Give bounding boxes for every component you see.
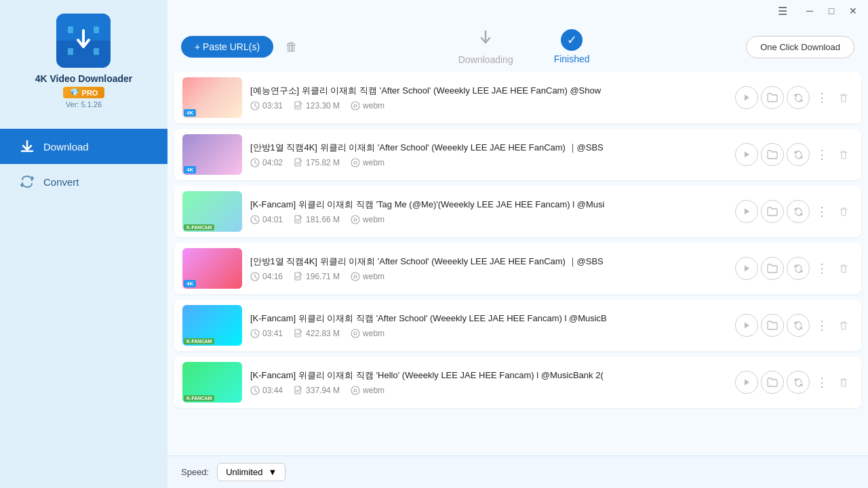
close-button[interactable]: ✕	[844, 3, 863, 19]
item-info-6: [K-Fancam] 위클리 이재희 직캠 'Hello' (Weeekly L…	[250, 369, 727, 395]
refresh-button-5[interactable]	[787, 314, 810, 337]
main-content: ☰ ─ □ ✕ + Paste URL(s) 🗑 Downloading ✓	[167, 0, 868, 488]
play-icon	[742, 321, 751, 330]
item-meta-5: 03:41 422.83 M webm	[250, 329, 727, 338]
svg-point-6	[351, 102, 359, 110]
delete-item-button-5[interactable]	[834, 316, 853, 335]
item-info-1: [예능연구소] 위클리 이재희 직캠 'After School' (Weeek…	[250, 85, 727, 110]
refresh-icon	[793, 321, 804, 331]
tab-downloading[interactable]: Downloading	[458, 28, 513, 65]
play-button-5[interactable]	[735, 314, 758, 337]
item-info-3: [K-Fancam] 위클리 이재희 직캠 'Tag Me (@Me)'(Wee…	[250, 199, 727, 224]
folder-button-1[interactable]	[761, 86, 784, 109]
filesize-6: 337.94 M	[294, 386, 340, 395]
play-button-4[interactable]	[735, 257, 758, 280]
duration-4: 04:16	[250, 272, 283, 281]
maximize-button[interactable]: □	[822, 3, 841, 19]
item-actions-5: ⋮	[735, 314, 853, 337]
svg-point-23	[354, 332, 357, 335]
delete-item-button-4[interactable]	[834, 259, 853, 278]
folder-button-5[interactable]	[761, 314, 784, 337]
svg-rect-1	[94, 26, 99, 33]
format-6: webm	[351, 386, 384, 395]
format-3: webm	[351, 215, 384, 224]
refresh-icon	[793, 93, 804, 103]
more-button-3[interactable]: ⋮	[812, 202, 831, 221]
filesize-1: 123.30 M	[294, 101, 340, 110]
thumbnail-4: 4K	[182, 248, 242, 289]
menu-icon[interactable]: ☰	[773, 3, 792, 19]
thumbnail-6: K-FANCAM	[182, 362, 242, 403]
format-icon	[351, 158, 360, 167]
format-icon	[351, 101, 360, 110]
folder-button-6[interactable]	[761, 371, 784, 394]
delete-button[interactable]: 🗑	[281, 36, 302, 58]
filesize-3: 181.66 M	[294, 215, 340, 224]
folder-button-4[interactable]	[761, 257, 784, 280]
thumb-badge: 4K	[184, 109, 196, 117]
refresh-button-1[interactable]	[787, 86, 810, 109]
item-meta-6: 03:44 337.94 M webm	[250, 386, 727, 395]
item-title-6: [K-Fancam] 위클리 이재희 직캠 'Hello' (Weeekly L…	[250, 369, 727, 382]
refresh-button-4[interactable]	[787, 257, 810, 280]
delete-icon	[839, 93, 848, 102]
play-icon	[742, 150, 751, 159]
svg-point-14	[351, 216, 359, 224]
item-info-5: [K-Fancam] 위클리 이재희 직캠 'After School' (We…	[250, 312, 727, 338]
play-button-1[interactable]	[735, 86, 758, 109]
duration-1: 03:31	[250, 101, 283, 110]
more-button-1[interactable]: ⋮	[812, 88, 831, 107]
clock-icon	[250, 329, 260, 338]
more-button-2[interactable]: ⋮	[812, 145, 831, 164]
format-icon	[351, 272, 360, 281]
diamond-icon: 💎	[70, 88, 79, 97]
sidebar-item-convert[interactable]: Convert	[0, 164, 167, 199]
folder-button-3[interactable]	[761, 200, 784, 223]
refresh-button-2[interactable]	[787, 143, 810, 166]
delete-item-button-3[interactable]	[834, 202, 853, 221]
more-button-4[interactable]: ⋮	[812, 259, 831, 278]
filesize-4: 196.71 M	[294, 272, 340, 281]
svg-rect-2	[68, 48, 73, 55]
svg-point-7	[354, 104, 357, 107]
format-2: webm	[351, 158, 384, 167]
paste-url-button[interactable]: + Paste URL(s)	[181, 36, 273, 58]
delete-icon	[839, 264, 848, 273]
svg-point-11	[354, 161, 357, 164]
folder-button-2[interactable]	[761, 143, 784, 166]
folder-icon	[767, 264, 778, 273]
delete-item-button-1[interactable]	[834, 88, 853, 107]
logo-container: 4K Video Downloader 💎 PRO Ver: 5.1.26	[35, 14, 133, 108]
more-button-5[interactable]: ⋮	[812, 316, 831, 335]
one-click-download-button[interactable]: One Click Download	[746, 36, 854, 58]
refresh-button-3[interactable]	[787, 200, 810, 223]
thumbnail-2: 4K	[182, 134, 242, 175]
more-button-6[interactable]: ⋮	[812, 373, 831, 392]
download-list: 4K [예능연구소] 위클리 이재희 직캠 'After School' (We…	[167, 72, 868, 455]
folder-icon	[767, 321, 778, 330]
chevron-down-icon: ▼	[268, 467, 277, 477]
delete-item-button-6[interactable]	[834, 373, 853, 392]
app-logo	[56, 14, 111, 68]
play-icon	[742, 264, 751, 273]
speed-label: Speed:	[181, 467, 209, 477]
bottom-bar: Speed: Unlimited ▼	[167, 455, 868, 488]
refresh-button-6[interactable]	[787, 371, 810, 394]
download-item-6: K-FANCAM [K-Fancam] 위클리 이재희 직캠 'Hello' (…	[174, 357, 861, 408]
sidebar-item-download[interactable]: Download	[0, 129, 167, 164]
thumb-badge: K-FANCAM	[184, 224, 214, 230]
tab-finished[interactable]: ✓ Finished	[554, 29, 590, 64]
speed-select[interactable]: Unlimited ▼	[217, 463, 285, 481]
play-button-2[interactable]	[735, 143, 758, 166]
delete-icon	[839, 207, 848, 216]
play-button-6[interactable]	[735, 371, 758, 394]
delete-item-button-2[interactable]	[834, 145, 853, 164]
play-button-3[interactable]	[735, 200, 758, 223]
play-icon	[742, 378, 751, 387]
minimize-button[interactable]: ─	[800, 3, 819, 19]
item-actions-4: ⋮	[735, 257, 853, 280]
format-icon	[351, 329, 360, 338]
download-item-5: K-FANCAM [K-Fancam] 위클리 이재희 직캠 'After Sc…	[174, 300, 861, 351]
finished-checkmark-icon: ✓	[561, 29, 583, 51]
folder-icon	[767, 207, 778, 216]
